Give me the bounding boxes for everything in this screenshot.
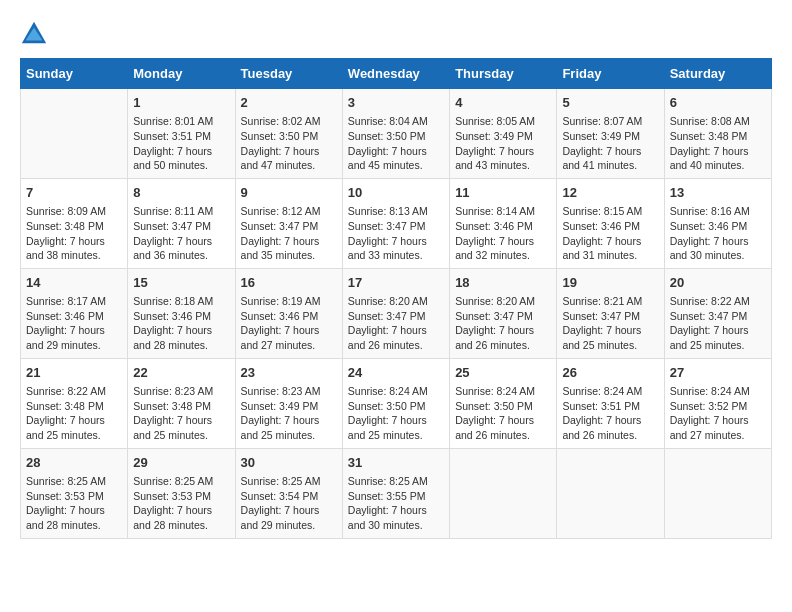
calendar-table: SundayMondayTuesdayWednesdayThursdayFrid…: [20, 58, 772, 539]
day-info: Sunrise: 8:07 AM Sunset: 3:49 PM Dayligh…: [562, 114, 658, 173]
day-number: 11: [455, 184, 551, 202]
day-number: 26: [562, 364, 658, 382]
calendar-cell: 7Sunrise: 8:09 AM Sunset: 3:48 PM Daylig…: [21, 178, 128, 268]
calendar-cell: 5Sunrise: 8:07 AM Sunset: 3:49 PM Daylig…: [557, 89, 664, 179]
calendar-cell: 14Sunrise: 8:17 AM Sunset: 3:46 PM Dayli…: [21, 268, 128, 358]
day-info: Sunrise: 8:09 AM Sunset: 3:48 PM Dayligh…: [26, 204, 122, 263]
day-info: Sunrise: 8:25 AM Sunset: 3:53 PM Dayligh…: [26, 474, 122, 533]
calendar-cell: 30Sunrise: 8:25 AM Sunset: 3:54 PM Dayli…: [235, 448, 342, 538]
day-number: 6: [670, 94, 766, 112]
calendar-cell: 15Sunrise: 8:18 AM Sunset: 3:46 PM Dayli…: [128, 268, 235, 358]
calendar-cell: [21, 89, 128, 179]
calendar-cell: 19Sunrise: 8:21 AM Sunset: 3:47 PM Dayli…: [557, 268, 664, 358]
page-header: [20, 20, 772, 48]
day-info: Sunrise: 8:25 AM Sunset: 3:53 PM Dayligh…: [133, 474, 229, 533]
day-number: 28: [26, 454, 122, 472]
calendar-cell: 16Sunrise: 8:19 AM Sunset: 3:46 PM Dayli…: [235, 268, 342, 358]
day-number: 1: [133, 94, 229, 112]
day-info: Sunrise: 8:23 AM Sunset: 3:48 PM Dayligh…: [133, 384, 229, 443]
day-number: 16: [241, 274, 337, 292]
day-info: Sunrise: 8:20 AM Sunset: 3:47 PM Dayligh…: [348, 294, 444, 353]
weekday-header: Sunday: [21, 59, 128, 89]
weekday-header: Wednesday: [342, 59, 449, 89]
weekday-header: Friday: [557, 59, 664, 89]
day-number: 27: [670, 364, 766, 382]
day-info: Sunrise: 8:22 AM Sunset: 3:47 PM Dayligh…: [670, 294, 766, 353]
day-number: 14: [26, 274, 122, 292]
calendar-cell: 17Sunrise: 8:20 AM Sunset: 3:47 PM Dayli…: [342, 268, 449, 358]
calendar-cell: 6Sunrise: 8:08 AM Sunset: 3:48 PM Daylig…: [664, 89, 771, 179]
day-number: 30: [241, 454, 337, 472]
calendar-cell: 23Sunrise: 8:23 AM Sunset: 3:49 PM Dayli…: [235, 358, 342, 448]
calendar-cell: 18Sunrise: 8:20 AM Sunset: 3:47 PM Dayli…: [450, 268, 557, 358]
day-info: Sunrise: 8:25 AM Sunset: 3:55 PM Dayligh…: [348, 474, 444, 533]
day-info: Sunrise: 8:18 AM Sunset: 3:46 PM Dayligh…: [133, 294, 229, 353]
day-number: 29: [133, 454, 229, 472]
calendar-cell: 27Sunrise: 8:24 AM Sunset: 3:52 PM Dayli…: [664, 358, 771, 448]
calendar-week-row: 28Sunrise: 8:25 AM Sunset: 3:53 PM Dayli…: [21, 448, 772, 538]
day-number: 13: [670, 184, 766, 202]
calendar-cell: 10Sunrise: 8:13 AM Sunset: 3:47 PM Dayli…: [342, 178, 449, 268]
calendar-cell: 8Sunrise: 8:11 AM Sunset: 3:47 PM Daylig…: [128, 178, 235, 268]
calendar-cell: 2Sunrise: 8:02 AM Sunset: 3:50 PM Daylig…: [235, 89, 342, 179]
calendar-cell: 1Sunrise: 8:01 AM Sunset: 3:51 PM Daylig…: [128, 89, 235, 179]
day-info: Sunrise: 8:05 AM Sunset: 3:49 PM Dayligh…: [455, 114, 551, 173]
calendar-cell: 31Sunrise: 8:25 AM Sunset: 3:55 PM Dayli…: [342, 448, 449, 538]
day-info: Sunrise: 8:11 AM Sunset: 3:47 PM Dayligh…: [133, 204, 229, 263]
weekday-header: Monday: [128, 59, 235, 89]
day-info: Sunrise: 8:23 AM Sunset: 3:49 PM Dayligh…: [241, 384, 337, 443]
calendar-week-row: 1Sunrise: 8:01 AM Sunset: 3:51 PM Daylig…: [21, 89, 772, 179]
calendar-cell: 20Sunrise: 8:22 AM Sunset: 3:47 PM Dayli…: [664, 268, 771, 358]
weekday-header-row: SundayMondayTuesdayWednesdayThursdayFrid…: [21, 59, 772, 89]
day-info: Sunrise: 8:04 AM Sunset: 3:50 PM Dayligh…: [348, 114, 444, 173]
day-info: Sunrise: 8:24 AM Sunset: 3:50 PM Dayligh…: [348, 384, 444, 443]
day-info: Sunrise: 8:17 AM Sunset: 3:46 PM Dayligh…: [26, 294, 122, 353]
day-info: Sunrise: 8:12 AM Sunset: 3:47 PM Dayligh…: [241, 204, 337, 263]
day-info: Sunrise: 8:19 AM Sunset: 3:46 PM Dayligh…: [241, 294, 337, 353]
day-number: 23: [241, 364, 337, 382]
calendar-week-row: 14Sunrise: 8:17 AM Sunset: 3:46 PM Dayli…: [21, 268, 772, 358]
day-info: Sunrise: 8:15 AM Sunset: 3:46 PM Dayligh…: [562, 204, 658, 263]
calendar-cell: 3Sunrise: 8:04 AM Sunset: 3:50 PM Daylig…: [342, 89, 449, 179]
day-number: 17: [348, 274, 444, 292]
day-number: 18: [455, 274, 551, 292]
day-number: 5: [562, 94, 658, 112]
calendar-cell: 28Sunrise: 8:25 AM Sunset: 3:53 PM Dayli…: [21, 448, 128, 538]
calendar-cell: 25Sunrise: 8:24 AM Sunset: 3:50 PM Dayli…: [450, 358, 557, 448]
day-info: Sunrise: 8:22 AM Sunset: 3:48 PM Dayligh…: [26, 384, 122, 443]
day-info: Sunrise: 8:01 AM Sunset: 3:51 PM Dayligh…: [133, 114, 229, 173]
calendar-cell: 22Sunrise: 8:23 AM Sunset: 3:48 PM Dayli…: [128, 358, 235, 448]
calendar-cell: 21Sunrise: 8:22 AM Sunset: 3:48 PM Dayli…: [21, 358, 128, 448]
day-number: 31: [348, 454, 444, 472]
day-info: Sunrise: 8:25 AM Sunset: 3:54 PM Dayligh…: [241, 474, 337, 533]
calendar-cell: 13Sunrise: 8:16 AM Sunset: 3:46 PM Dayli…: [664, 178, 771, 268]
day-number: 10: [348, 184, 444, 202]
calendar-week-row: 21Sunrise: 8:22 AM Sunset: 3:48 PM Dayli…: [21, 358, 772, 448]
logo: [20, 20, 52, 48]
day-number: 15: [133, 274, 229, 292]
day-number: 7: [26, 184, 122, 202]
day-number: 20: [670, 274, 766, 292]
weekday-header: Tuesday: [235, 59, 342, 89]
day-number: 24: [348, 364, 444, 382]
calendar-cell: 26Sunrise: 8:24 AM Sunset: 3:51 PM Dayli…: [557, 358, 664, 448]
day-info: Sunrise: 8:02 AM Sunset: 3:50 PM Dayligh…: [241, 114, 337, 173]
calendar-cell: [450, 448, 557, 538]
day-info: Sunrise: 8:24 AM Sunset: 3:52 PM Dayligh…: [670, 384, 766, 443]
day-number: 25: [455, 364, 551, 382]
calendar-cell: 24Sunrise: 8:24 AM Sunset: 3:50 PM Dayli…: [342, 358, 449, 448]
day-number: 2: [241, 94, 337, 112]
calendar-cell: [557, 448, 664, 538]
day-info: Sunrise: 8:24 AM Sunset: 3:50 PM Dayligh…: [455, 384, 551, 443]
day-info: Sunrise: 8:14 AM Sunset: 3:46 PM Dayligh…: [455, 204, 551, 263]
calendar-week-row: 7Sunrise: 8:09 AM Sunset: 3:48 PM Daylig…: [21, 178, 772, 268]
calendar-cell: 9Sunrise: 8:12 AM Sunset: 3:47 PM Daylig…: [235, 178, 342, 268]
logo-icon: [20, 20, 48, 48]
day-number: 12: [562, 184, 658, 202]
day-number: 9: [241, 184, 337, 202]
calendar-cell: [664, 448, 771, 538]
day-number: 8: [133, 184, 229, 202]
calendar-cell: 29Sunrise: 8:25 AM Sunset: 3:53 PM Dayli…: [128, 448, 235, 538]
day-info: Sunrise: 8:20 AM Sunset: 3:47 PM Dayligh…: [455, 294, 551, 353]
day-info: Sunrise: 8:16 AM Sunset: 3:46 PM Dayligh…: [670, 204, 766, 263]
